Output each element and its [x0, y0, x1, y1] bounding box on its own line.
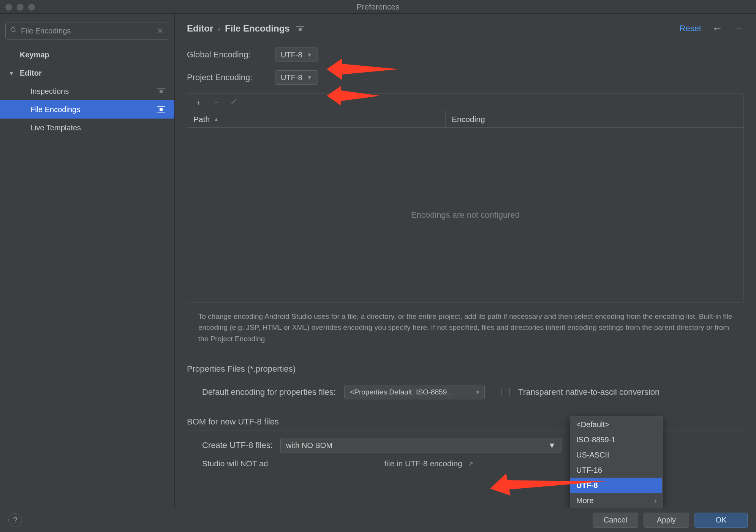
- popup-item-default[interactable]: <Default>: [570, 417, 662, 432]
- properties-section-title: Properties Files (*.properties): [187, 364, 744, 378]
- settings-tree: Keymap ▾ Editor Inspections File Encodin…: [0, 46, 174, 508]
- popup-item-more[interactable]: More›: [570, 493, 662, 508]
- encoding-popup[interactable]: <Default> ISO-8859-1 US-ASCII UTF-16 UTF…: [570, 416, 663, 508]
- reset-link[interactable]: Reset: [680, 24, 701, 33]
- chevron-down-icon: ▼: [307, 52, 312, 58]
- dialog-button-bar: ? Cancel Apply OK: [0, 508, 756, 532]
- project-level-badge-icon: [157, 88, 165, 94]
- cancel-button[interactable]: Cancel: [593, 513, 638, 528]
- remove-icon: −: [214, 98, 219, 108]
- global-encoding-label: Global Encoding:: [187, 50, 275, 60]
- breadcrumb-leaf: File Encodings: [225, 23, 290, 34]
- project-encoding-label: Project Encoding:: [187, 73, 275, 82]
- create-utf8-dropdown[interactable]: with NO BOM ▼: [280, 438, 561, 453]
- transparent-ascii-checkbox[interactable]: [501, 388, 510, 396]
- chevron-down-icon: ▾: [476, 389, 479, 395]
- breadcrumb-separator: ›: [218, 24, 220, 33]
- chevron-down-icon: ▼: [307, 74, 312, 81]
- content-panel: Editor › File Encodings Reset ← → Global…: [175, 14, 756, 508]
- search-input[interactable]: File Encodings ✕: [5, 22, 169, 40]
- content-header: Editor › File Encodings Reset ← →: [175, 14, 756, 43]
- project-encoding-dropdown[interactable]: UTF-8 ▼: [275, 70, 318, 85]
- global-encoding-dropdown[interactable]: UTF-8 ▼: [275, 48, 318, 62]
- breadcrumb-root[interactable]: Editor: [187, 23, 213, 34]
- sort-asc-icon: ▲: [214, 116, 219, 122]
- svg-line-1: [14, 31, 16, 32]
- forward-icon: →: [733, 22, 744, 35]
- window-title: Preferences: [356, 2, 399, 11]
- sidebar-item-live-templates[interactable]: Live Templates: [0, 119, 174, 137]
- search-icon: [10, 27, 17, 35]
- apply-button[interactable]: Apply: [644, 513, 689, 528]
- popup-item-usascii[interactable]: US-ASCII: [570, 447, 662, 462]
- column-encoding[interactable]: Encoding: [446, 111, 743, 127]
- popup-item-utf16[interactable]: UTF-16: [570, 462, 662, 478]
- project-level-badge-icon: [157, 106, 165, 112]
- external-link-icon[interactable]: ↗: [468, 460, 473, 468]
- search-placeholder: File Encodings: [21, 27, 71, 35]
- help-button[interactable]: ?: [8, 513, 22, 527]
- properties-encoding-dropdown[interactable]: <Properties Default: ISO-8859.. ▾: [344, 385, 485, 399]
- close-icon[interactable]: [5, 4, 12, 11]
- sidebar: File Encodings ✕ Keymap ▾ Editor Inspect…: [0, 14, 175, 508]
- zoom-icon[interactable]: [28, 4, 35, 11]
- add-icon[interactable]: ＋: [194, 97, 202, 108]
- help-text: To change encoding Android Studio uses f…: [187, 302, 744, 347]
- table-toolbar: ＋ −: [187, 93, 744, 111]
- transparent-ascii-label: Transparent native-to-ascii conversion: [518, 387, 660, 397]
- encodings-table-header: Path ▲ Encoding: [187, 111, 744, 128]
- popup-item-utf8[interactable]: UTF-8: [570, 478, 662, 493]
- ok-button[interactable]: OK: [694, 513, 748, 528]
- sidebar-item-file-encodings[interactable]: File Encodings: [0, 100, 174, 119]
- edit-icon: [230, 98, 238, 108]
- minimize-icon[interactable]: [17, 4, 24, 11]
- column-path[interactable]: Path ▲: [187, 111, 446, 127]
- properties-encoding-label: Default encoding for properties files:: [202, 387, 336, 397]
- clear-search-icon[interactable]: ✕: [157, 26, 163, 35]
- chevron-right-icon: ›: [654, 496, 657, 505]
- encodings-table-body: Encodings are not configured: [187, 128, 744, 302]
- chevron-down-icon: ▼: [548, 441, 556, 450]
- sidebar-item-keymap[interactable]: Keymap: [0, 46, 174, 64]
- window-titlebar: Preferences: [0, 0, 756, 14]
- project-level-badge-icon: [296, 26, 304, 32]
- window-controls[interactable]: [5, 4, 35, 11]
- table-empty-text: Encodings are not configured: [411, 210, 520, 220]
- svg-point-0: [11, 27, 15, 32]
- chevron-down-icon[interactable]: ▾: [10, 70, 13, 77]
- create-utf8-label: Create UTF-8 files:: [202, 440, 273, 450]
- sidebar-item-editor[interactable]: ▾ Editor: [0, 64, 174, 82]
- sidebar-item-inspections[interactable]: Inspections: [0, 82, 174, 100]
- back-icon[interactable]: ←: [712, 22, 723, 35]
- popup-item-iso88591[interactable]: ISO-8859-1: [570, 432, 662, 447]
